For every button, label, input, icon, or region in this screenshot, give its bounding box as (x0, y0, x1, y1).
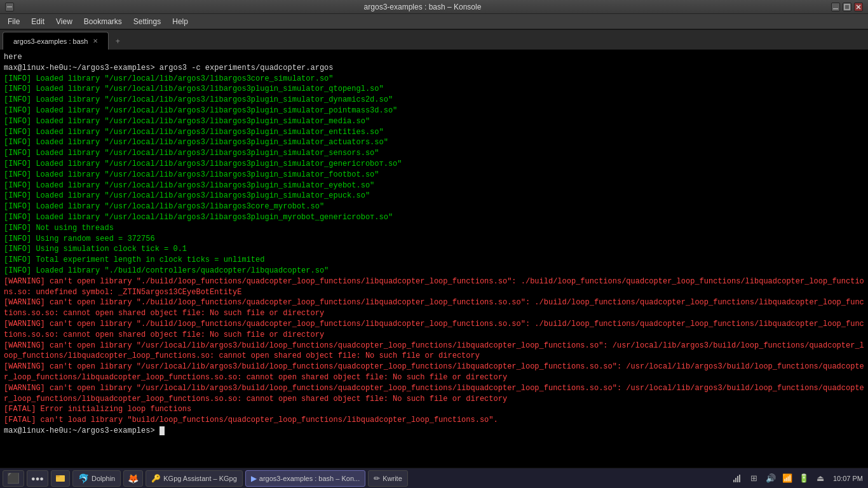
bluetooth-icon[interactable]: ⊞ (748, 470, 761, 487)
svg-rect-9 (737, 476, 738, 482)
menu-view[interactable]: View (51, 16, 78, 27)
terminal-output[interactable]: here max@linux-he0u:~/argos3-examples> a… (0, 50, 868, 468)
terminal-tab[interactable]: argos3-examples : bash ✕ (3, 32, 109, 50)
kwrite-btn[interactable]: ✏ Kwrite (368, 470, 408, 487)
window-title: argos3-examples : bash – Konsole (14, 3, 831, 11)
new-tab-btn[interactable]: + (111, 34, 124, 50)
eject-icon[interactable]: ⏏ (814, 470, 827, 487)
title-bar: argos3-examples : bash – Konsole (0, 0, 868, 14)
svg-rect-1 (833, 8, 838, 10)
window-menu-btn[interactable] (5, 3, 14, 11)
title-bar-controls[interactable] (5, 3, 14, 11)
app-menu-icon: ⬛ (7, 472, 20, 484)
svg-rect-8 (735, 478, 736, 482)
dolphin-label: Dolphin (92, 475, 115, 482)
konsole-btn[interactable]: ▶ argos3-examples : bash – Kon... (245, 470, 365, 487)
title-bar-right-controls[interactable] (831, 3, 863, 11)
dots-icon: ●●● (31, 475, 44, 482)
dolphin-btn[interactable]: 🐬 Dolphin (72, 470, 121, 487)
kgpg-btn[interactable]: 🔑 KGpg Assistant – KGpg (146, 470, 243, 487)
dots-menu-btn[interactable]: ●●● (27, 470, 48, 487)
menu-file[interactable]: File (3, 16, 25, 27)
menu-help[interactable]: Help (167, 16, 193, 27)
taskbar-right: ⊞ 🔊 📶 🔋 ⏏ 10:07 PM (731, 470, 865, 487)
firefox-icon: 🦊 (128, 473, 139, 484)
konsole-label: argos3-examples : bash – Kon... (259, 475, 360, 482)
tab-bar: argos3-examples : bash ✕ + (0, 29, 868, 50)
volume-icon[interactable]: 🔊 (764, 470, 777, 487)
menu-edit[interactable]: Edit (26, 16, 50, 27)
kwrite-label: Kwrite (383, 475, 402, 482)
network-manager-icon[interactable] (731, 470, 744, 487)
svg-rect-2 (844, 4, 850, 10)
kgpg-icon: 🔑 (151, 474, 161, 483)
svg-rect-7 (733, 480, 735, 482)
menu-bar: File Edit View Bookmarks Settings Help (0, 14, 868, 29)
tab-close-icon[interactable]: ✕ (93, 37, 98, 44)
wifi-icon[interactable]: 📶 (781, 470, 794, 487)
konsole-icon: ▶ (251, 474, 257, 483)
menu-settings[interactable]: Settings (128, 16, 166, 27)
maximize-btn[interactable] (843, 3, 851, 11)
terminal-text: here max@linux-he0u:~/argos3-examples> a… (4, 52, 864, 437)
kgpg-label: KGpg Assistant – KGpg (163, 475, 237, 482)
menu-bookmarks[interactable]: Bookmarks (79, 16, 127, 27)
kwrite-icon: ✏ (374, 474, 380, 483)
svg-rect-10 (739, 475, 740, 482)
svg-rect-6 (56, 475, 60, 477)
dolphin-icon: 🐬 (78, 473, 89, 484)
app-menu-btn[interactable]: ⬛ (3, 470, 24, 487)
close-btn[interactable] (854, 3, 863, 11)
minimize-btn[interactable] (831, 3, 840, 11)
svg-rect-0 (7, 6, 12, 8)
tab-label: argos3-examples : bash (13, 37, 88, 45)
taskbar: ⬛ ●●● 🐬 Dolphin 🦊 🔑 KGpg Assistant – KGp… (0, 468, 868, 488)
file-manager-btn[interactable] (51, 470, 70, 487)
firefox-btn[interactable]: 🦊 (123, 470, 143, 487)
battery-icon[interactable]: 🔋 (797, 470, 810, 487)
folder-icon (55, 473, 65, 484)
clock[interactable]: 10:07 PM (831, 475, 865, 482)
